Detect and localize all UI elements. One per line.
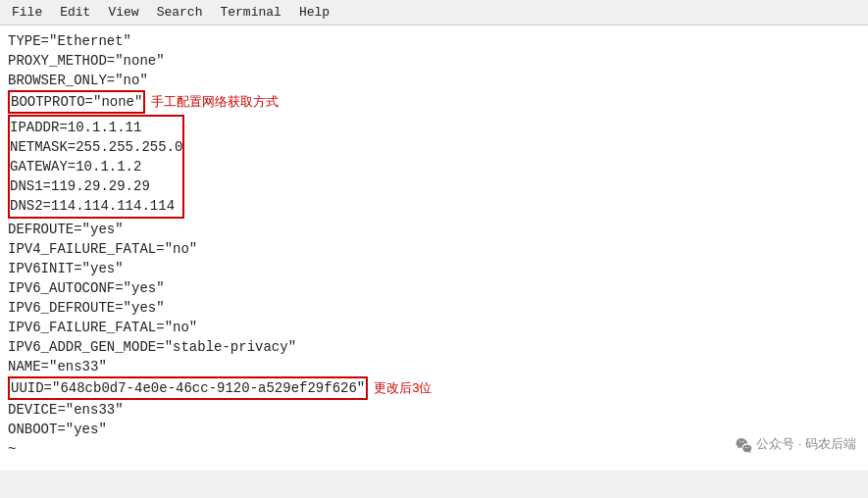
line-18: UUID="648cb0d7-4e0e-46cc-9120-a529ef29f6… [8,376,860,400]
line-10: DEFROUTE="yes" [8,220,860,239]
menu-file[interactable]: File [4,3,50,22]
line-20: ONBOOT="yes" [8,420,860,439]
menu-search[interactable]: Search [149,3,211,22]
line-21: ~ [8,439,860,459]
line-16: IPV6_ADDR_GEN_MODE="stable-privacy" [8,337,860,357]
watermark-text: 公众号 · 码农后端 [756,435,856,453]
line-6: NETMASK=255.255.255.0 [10,137,182,157]
bootproto-highlight: BOOTPROTO="none" [8,90,145,114]
line-9: DNS2=114.114.114.114 [10,196,182,216]
network-config-block: IPADDR=10.1.1.11 NETMASK=255.255.255.0 G… [8,115,184,219]
watermark: 公众号 · 码农后端 [735,435,856,453]
line-4: BOOTPROTO="none" 手工配置网络获取方式 [8,90,860,114]
line-19: DEVICE="ens33" [8,400,860,420]
line-11: IPV4_FAILURE_FATAL="no" [8,239,860,259]
line-15: IPV6_FAILURE_FATAL="no" [8,318,860,337]
line-1: TYPE="Ethernet" [8,31,860,51]
line-7: GATEWAY=10.1.1.2 [10,157,182,176]
wechat-icon [735,435,752,453]
uuid-highlight: UUID="648cb0d7-4e0e-46cc-9120-a529ef29f6… [8,376,368,400]
editor-area: TYPE="Ethernet" PROXY_METHOD="none" BROW… [0,25,868,471]
menu-terminal[interactable]: Terminal [212,3,288,22]
line-3: BROWSER_ONLY="no" [8,71,860,90]
menu-edit[interactable]: Edit [52,3,98,22]
line-2: PROXY_METHOD="none" [8,51,860,71]
line-17: NAME="ens33" [8,357,860,376]
line-12: IPV6INIT="yes" [8,259,860,278]
line-13: IPV6_AUTOCONF="yes" [8,278,860,298]
menu-bar: File Edit View Search Terminal Help [0,0,868,25]
menu-help[interactable]: Help [291,3,337,22]
uuid-annotation: 更改后3位 [374,378,432,398]
line-14: IPV6_DEFROUTE="yes" [8,298,860,318]
menu-view[interactable]: View [100,3,146,22]
line-8: DNS1=119.29.29.29 [10,176,182,196]
line-5: IPADDR=10.1.1.11 [10,118,182,137]
bootproto-annotation: 手工配置网络获取方式 [151,92,279,112]
